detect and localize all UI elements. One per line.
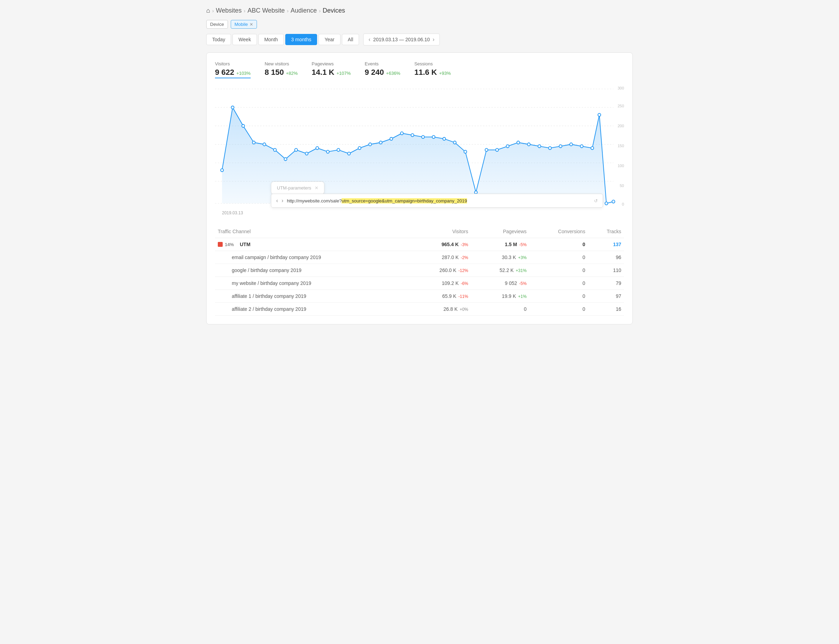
google-visitors: 260.0 K -12% bbox=[410, 264, 471, 277]
pageviews-pct: +107% bbox=[336, 71, 351, 76]
stat-pageviews-label: Pageviews bbox=[312, 61, 351, 66]
visitors-number: 9 622 bbox=[215, 68, 234, 77]
svg-point-36 bbox=[527, 143, 530, 146]
mywebsite-conversions: 0 bbox=[529, 277, 588, 290]
stat-new-visitors: New visitors 8 150 +82% bbox=[264, 61, 298, 78]
url-bar: ‹ › http://mywebsite.com/sale?utm_source… bbox=[271, 194, 603, 208]
stat-new-visitors-label: New visitors bbox=[264, 61, 298, 66]
svg-point-25 bbox=[411, 133, 414, 136]
utm-popup: UTM-parameters ✕ bbox=[271, 181, 324, 194]
svg-point-20 bbox=[358, 146, 361, 149]
mywebsite-channel-cell: my website / birthday company 2019 bbox=[215, 277, 410, 290]
affiliate1-visitors: 65.9 K -11% bbox=[410, 290, 471, 303]
utm-tracks-link[interactable]: 137 bbox=[613, 242, 621, 247]
url-forward[interactable]: › bbox=[281, 197, 283, 204]
svg-point-22 bbox=[379, 141, 382, 144]
svg-point-10 bbox=[253, 141, 255, 144]
svg-point-40 bbox=[570, 143, 573, 146]
btn-3months[interactable]: 3 months bbox=[285, 34, 317, 45]
breadcrumb-sep-2: › bbox=[244, 8, 245, 14]
utm-tracks: 137 bbox=[588, 238, 624, 251]
utm-close-btn[interactable]: ✕ bbox=[315, 185, 319, 191]
btn-week[interactable]: Week bbox=[233, 34, 257, 45]
email-name: email campaign / birthday company 2019 bbox=[232, 255, 321, 260]
affiliate1-visitors-pct: -11% bbox=[458, 294, 468, 299]
new-visitors-number: 8 150 bbox=[264, 68, 284, 77]
affiliate2-tracks: 16 bbox=[588, 303, 624, 316]
affiliate1-pageviews: 19.9 K +1% bbox=[471, 290, 529, 303]
events-number: 9 240 bbox=[364, 68, 384, 77]
svg-point-38 bbox=[548, 146, 551, 149]
svg-point-37 bbox=[538, 145, 541, 148]
affiliate1-channel-cell: affiliate 1 / birthday company 2019 bbox=[215, 290, 410, 303]
pageviews-number: 14.1 K bbox=[312, 68, 335, 77]
th-tracks: Tracks bbox=[588, 225, 624, 238]
utm-name: UTM bbox=[240, 242, 250, 247]
visitors-pct: +103% bbox=[236, 71, 251, 76]
btn-today[interactable]: Today bbox=[206, 34, 231, 45]
date-prev[interactable]: ‹ bbox=[368, 36, 370, 43]
btn-all[interactable]: All bbox=[342, 34, 360, 45]
svg-point-35 bbox=[517, 141, 519, 144]
stat-visitors: Visitors 9 622 +103% bbox=[215, 61, 251, 78]
svg-point-18 bbox=[337, 149, 340, 151]
stat-sessions-value: 11.6 K +93% bbox=[414, 68, 451, 77]
date-next[interactable]: › bbox=[433, 36, 435, 43]
email-pageviews-pct: +3% bbox=[518, 255, 527, 260]
url-refresh[interactable]: ↺ bbox=[594, 198, 598, 204]
svg-point-44 bbox=[605, 202, 608, 205]
breadcrumb-sep-4: › bbox=[319, 8, 320, 14]
svg-point-24 bbox=[401, 132, 404, 135]
sessions-number: 11.6 K bbox=[414, 68, 437, 77]
google-conversions: 0 bbox=[529, 264, 588, 277]
affiliate2-name: affiliate 2 / birthday company 2019 bbox=[232, 306, 306, 312]
filter-device-label: Device bbox=[210, 22, 224, 27]
svg-point-17 bbox=[327, 150, 329, 153]
breadcrumb-audience[interactable]: Audience bbox=[291, 7, 317, 14]
affiliate2-visitors: 26.8 K +0% bbox=[410, 303, 471, 316]
filter-mobile[interactable]: Mobile ✕ bbox=[231, 20, 257, 29]
btn-month[interactable]: Month bbox=[258, 34, 284, 45]
y-label-250: 250 bbox=[618, 104, 624, 108]
affiliate2-visitors-pct: +0% bbox=[460, 307, 468, 312]
breadcrumb-websites[interactable]: Websites bbox=[216, 7, 242, 14]
svg-point-45 bbox=[612, 200, 615, 203]
affiliate2-pageviews: 0 bbox=[471, 303, 529, 316]
svg-point-32 bbox=[485, 149, 488, 151]
svg-point-11 bbox=[263, 143, 266, 146]
google-tracks: 110 bbox=[588, 264, 624, 277]
svg-point-8 bbox=[231, 106, 234, 109]
mywebsite-pageviews: 9 052 -5% bbox=[471, 277, 529, 290]
affiliate1-tracks: 97 bbox=[588, 290, 624, 303]
table-row-affiliate2: affiliate 2 / birthday company 2019 26.8… bbox=[215, 303, 624, 316]
svg-point-30 bbox=[464, 150, 467, 153]
time-selector: Today Week Month 3 months Year All ‹ 201… bbox=[206, 34, 633, 46]
breadcrumb-abc[interactable]: ABC Website bbox=[248, 7, 285, 14]
breadcrumb-sep-3: › bbox=[287, 8, 289, 14]
btn-year[interactable]: Year bbox=[319, 34, 340, 45]
filter-mobile-close[interactable]: ✕ bbox=[250, 22, 253, 27]
svg-point-23 bbox=[390, 137, 392, 140]
table-header-row: Traffic Channel Visitors Pageviews Conve… bbox=[215, 225, 624, 238]
stat-pageviews-value: 14.1 K +107% bbox=[312, 68, 351, 77]
svg-point-14 bbox=[295, 149, 297, 151]
date-range-text: 2019.03.13 — 2019.06.10 bbox=[373, 37, 430, 42]
svg-point-39 bbox=[559, 145, 562, 148]
breadcrumb: ⌂ › Websites › ABC Website › Audience › … bbox=[206, 7, 633, 14]
stat-sessions-label: Sessions bbox=[414, 61, 451, 66]
svg-point-34 bbox=[506, 145, 509, 148]
utm-channel-cell: 14% UTM bbox=[215, 238, 410, 251]
svg-point-42 bbox=[591, 146, 594, 149]
utm-popup-label: UTM-parameters bbox=[277, 185, 311, 191]
filter-mobile-label: Mobile bbox=[235, 22, 248, 27]
mywebsite-name: my website / birthday company 2019 bbox=[232, 280, 311, 286]
affiliate2-channel-cell: affiliate 2 / birthday company 2019 bbox=[215, 303, 410, 316]
home-icon[interactable]: ⌂ bbox=[206, 7, 210, 14]
email-visitors-pct: -2% bbox=[461, 255, 468, 260]
filter-device[interactable]: Device bbox=[206, 20, 228, 29]
url-back[interactable]: ‹ bbox=[276, 197, 278, 204]
utm-pct-label: 14% bbox=[225, 242, 237, 247]
svg-point-15 bbox=[305, 152, 308, 155]
svg-point-43 bbox=[598, 113, 601, 116]
svg-point-26 bbox=[422, 136, 424, 138]
